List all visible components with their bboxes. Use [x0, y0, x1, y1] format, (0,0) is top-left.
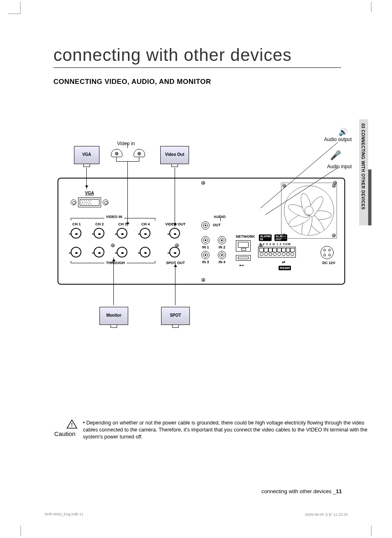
bnc-port	[117, 247, 127, 257]
in2-label: IN 2	[219, 245, 226, 249]
speaker-icon: 🔊	[339, 128, 348, 137]
audio-in2	[218, 236, 226, 244]
vga-monitor: VGA	[74, 146, 99, 164]
bnc-port	[71, 228, 81, 239]
video-out-label: VIDEO OUT	[165, 222, 186, 226]
ch2-label: CH 2	[95, 222, 104, 226]
side-tab: 03 CONNECTING WITH OTHER DEVICES	[359, 119, 371, 225]
videoout-monitor: Video Out	[160, 146, 189, 164]
side-tab-text: 03 CONNECTING WITH OTHER DEVICES	[361, 123, 365, 210]
in1-label: IN 1	[202, 245, 209, 249]
panel-video-in-label: VIDEO IN	[104, 215, 124, 219]
panel-through-label: THROUGH	[104, 261, 127, 265]
line	[113, 257, 114, 305]
in3-label: IN 3	[202, 260, 209, 264]
spot-device: SPOT	[161, 307, 190, 325]
connection-diagram: 🔊 Audio output 🎤 Audio input Video in VG…	[53, 128, 349, 358]
bnc-port	[117, 228, 127, 239]
usb-port	[236, 255, 251, 261]
bnc-port	[71, 247, 81, 257]
bnc-port	[140, 228, 150, 239]
label-video-in: Video in	[117, 141, 135, 146]
ethernet-port	[236, 240, 251, 252]
bnc-video-out	[169, 228, 180, 239]
alarm-pins: 1 2 3 4 G 1 2 COM	[260, 243, 291, 246]
alarm-in-badge: ALARMIN	[259, 234, 272, 241]
audio-in4	[218, 251, 226, 259]
ch1-label: CH 1	[72, 222, 81, 226]
caution-label: Caution	[54, 430, 77, 437]
dc-port	[321, 246, 334, 259]
device-rear-panel: VGA ● ● ● ● ● ● ● ● ●● ● ● ● ● VIDEO IN …	[58, 178, 345, 285]
page-title: connecting with other devices	[53, 45, 341, 68]
line	[116, 161, 139, 162]
caution-icon: !	[67, 420, 77, 429]
vga-port: ● ● ● ● ● ● ● ● ●● ● ● ● ●	[71, 197, 108, 208]
line	[139, 157, 139, 161]
print-footer: SHR-6042_Eng.indb 11 2009-06-05 오전 11:23…	[44, 512, 348, 517]
panel-vga-label: VGA	[85, 191, 94, 195]
usb-icon: ⊷	[239, 262, 244, 268]
monitor-device: Monitor	[99, 307, 128, 325]
bnc-spot-out	[169, 247, 180, 257]
ch3-label: CH 3	[118, 222, 127, 226]
audio-out-port	[201, 221, 210, 230]
ch4-label: CH 4	[141, 222, 150, 226]
audio-label: AUDIO	[214, 215, 226, 219]
alarm-terminal	[258, 247, 296, 257]
caution-text: • Depending on whether or not the power …	[83, 420, 371, 441]
page-footer: connecting with other devices _11	[261, 488, 342, 494]
in4-label: IN 4	[219, 260, 226, 264]
line	[175, 263, 175, 305]
line	[127, 143, 128, 148]
fan	[281, 183, 337, 239]
rs485-badge: RS485	[279, 266, 291, 270]
audio-in1	[201, 236, 210, 244]
dome-camera-1	[111, 149, 122, 157]
bnc-port	[94, 247, 104, 257]
svg-text:!: !	[71, 422, 73, 428]
bnc-port	[140, 247, 150, 257]
caution-block: ! Caution • Depending on whether or not …	[54, 420, 371, 441]
label-audio-output: Audio output	[324, 137, 352, 142]
out-label: OUT	[213, 223, 221, 227]
dome-camera-2	[134, 149, 145, 157]
audio-in3	[201, 251, 210, 259]
dc12v-label: DC 12V	[322, 261, 335, 265]
line	[116, 157, 117, 161]
section-heading: CONNECTING VIDEO, AUDIO, AND MONITOR	[53, 78, 371, 86]
bnc-port	[94, 228, 104, 239]
network-label: NETWORK	[236, 234, 255, 239]
